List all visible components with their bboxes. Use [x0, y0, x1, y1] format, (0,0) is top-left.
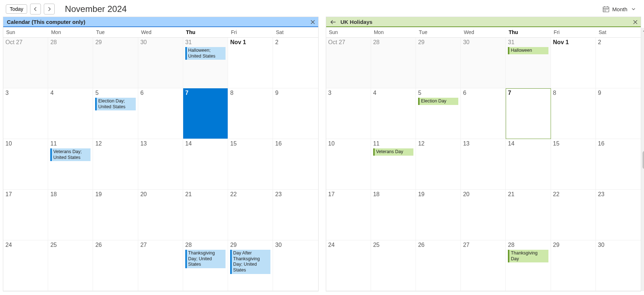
day-cell[interactable]: 24 [326, 240, 371, 291]
close-pane-button[interactable] [630, 17, 641, 27]
day-cell[interactable]: 2 [596, 38, 641, 88]
day-cell[interactable]: 5Election Day; United States [93, 88, 138, 139]
day-cell[interactable]: 29 [93, 38, 138, 88]
day-cell[interactable]: 12 [93, 139, 138, 190]
today-button[interactable]: Today [6, 4, 27, 14]
day-cell[interactable]: 30 [461, 38, 506, 88]
day-cell[interactable]: 13 [138, 139, 183, 190]
day-cell[interactable]: 22 [551, 190, 596, 240]
day-cell[interactable]: 28Thanksgiving Day; United States [183, 240, 228, 291]
close-pane-button[interactable] [307, 17, 318, 27]
day-cell[interactable]: 31Halloween; United States [183, 38, 228, 88]
day-cell[interactable]: 11Veterans Day; United States [48, 139, 93, 190]
day-cell[interactable]: Oct 27 [3, 38, 48, 88]
day-cell[interactable]: 8 [551, 88, 596, 139]
day-number: 4 [373, 90, 413, 96]
calendar-event[interactable]: Thanksgiving Day; United States [185, 250, 226, 268]
day-cell[interactable]: 2 [273, 38, 318, 88]
calendar-pane-uk: UK HolidaysSunMonTueWedThuFriSatOct 2728… [326, 17, 641, 291]
prev-month-button[interactable] [30, 4, 41, 14]
calendar-event[interactable]: Veterans Day; United States [50, 148, 91, 161]
weekday-label: Wed [138, 27, 183, 37]
calendar-event[interactable]: Election Day [418, 98, 458, 105]
day-cell[interactable]: 20 [138, 190, 183, 240]
scroll-thumb[interactable] [643, 151, 644, 169]
day-cell[interactable]: 10 [326, 139, 371, 190]
day-cell[interactable]: 20 [461, 190, 506, 240]
day-cell[interactable]: 28Thanksgiving Day [506, 240, 551, 291]
day-cell[interactable]: 25 [48, 240, 93, 291]
day-number: 19 [418, 191, 458, 198]
day-cell[interactable]: 6 [138, 88, 183, 139]
calendar-event[interactable]: Veterans Day [373, 148, 413, 156]
day-cell[interactable]: 13 [461, 139, 506, 190]
day-cell[interactable]: 4 [48, 88, 93, 139]
day-cell[interactable]: 31Halloween [506, 38, 551, 88]
day-cell[interactable]: 9 [273, 88, 318, 139]
day-cell[interactable]: 6 [461, 88, 506, 139]
day-cell[interactable]: 24 [3, 240, 48, 291]
day-cell[interactable]: 28 [371, 38, 416, 88]
day-number: 27 [140, 242, 181, 248]
day-cell[interactable]: 30 [596, 240, 641, 291]
day-cell[interactable]: 10 [3, 139, 48, 190]
day-number: 31 [508, 39, 548, 46]
day-cell[interactable]: 22 [228, 190, 273, 240]
view-switcher[interactable]: Month [600, 4, 638, 14]
day-cell[interactable]: 7 [183, 88, 228, 139]
day-cell[interactable]: 15 [551, 139, 596, 190]
day-cell[interactable]: 26 [93, 240, 138, 291]
weekday-label: Sat [273, 27, 318, 37]
day-number: 28 [508, 242, 548, 248]
day-cell[interactable]: 4 [371, 88, 416, 139]
day-cell[interactable]: 16 [596, 139, 641, 190]
day-cell[interactable]: 3 [326, 88, 371, 139]
day-cell[interactable]: 16 [273, 139, 318, 190]
calendar-event[interactable]: Halloween [508, 47, 548, 54]
day-cell[interactable]: 30 [273, 240, 318, 291]
day-cell[interactable]: 27 [138, 240, 183, 291]
chevron-right-icon [47, 7, 51, 11]
day-cell[interactable]: 9 [596, 88, 641, 139]
day-cell[interactable]: 18 [371, 190, 416, 240]
pane-title: Calendar (This computer only) [7, 19, 85, 25]
day-cell[interactable]: 27 [461, 240, 506, 291]
day-cell[interactable]: 23 [273, 190, 318, 240]
day-cell[interactable]: 26 [416, 240, 461, 291]
day-cell[interactable]: 21 [183, 190, 228, 240]
day-cell[interactable]: 17 [326, 190, 371, 240]
day-cell[interactable]: 17 [3, 190, 48, 240]
day-cell[interactable]: 11Veterans Day [371, 139, 416, 190]
calendar-event[interactable]: Day After Thanksgiving Day; United State… [230, 250, 270, 274]
day-cell[interactable]: 18 [48, 190, 93, 240]
day-cell[interactable]: 23 [596, 190, 641, 240]
day-cell[interactable]: Oct 27 [326, 38, 371, 88]
day-cell[interactable]: 3 [3, 88, 48, 139]
day-cell[interactable]: 30 [138, 38, 183, 88]
back-button[interactable] [328, 17, 338, 27]
day-cell[interactable]: Nov 1 [228, 38, 273, 88]
next-month-button[interactable] [44, 4, 55, 14]
day-cell[interactable]: 25 [371, 240, 416, 291]
day-cell[interactable]: 8 [228, 88, 273, 139]
day-cell[interactable]: 29Day After Thanksgiving Day; United Sta… [228, 240, 273, 291]
day-cell[interactable]: 29 [416, 38, 461, 88]
day-cell[interactable]: 19 [416, 190, 461, 240]
calendar-event[interactable]: Halloween; United States [185, 47, 226, 60]
calendar-event[interactable]: Thanksgiving Day [508, 250, 548, 262]
calendar-event[interactable]: Election Day; United States [95, 98, 135, 110]
calendar-pane-local: Calendar (This computer only)SunMonTueWe… [3, 17, 319, 291]
day-cell[interactable]: 14 [183, 139, 228, 190]
day-cell[interactable]: Nov 1 [551, 38, 596, 88]
day-cell[interactable]: 12 [416, 139, 461, 190]
day-cell[interactable]: 15 [228, 139, 273, 190]
day-cell[interactable]: 28 [48, 38, 93, 88]
day-cell[interactable]: 29 [551, 240, 596, 291]
day-cell[interactable]: 7 [506, 88, 551, 139]
day-cell[interactable]: 5Election Day [416, 88, 461, 139]
scrollbar[interactable] [641, 28, 644, 291]
day-cell[interactable]: 14 [506, 139, 551, 190]
day-cell[interactable]: 21 [506, 190, 551, 240]
day-cell[interactable]: 19 [93, 190, 138, 240]
scroll-up-button[interactable] [643, 28, 644, 34]
